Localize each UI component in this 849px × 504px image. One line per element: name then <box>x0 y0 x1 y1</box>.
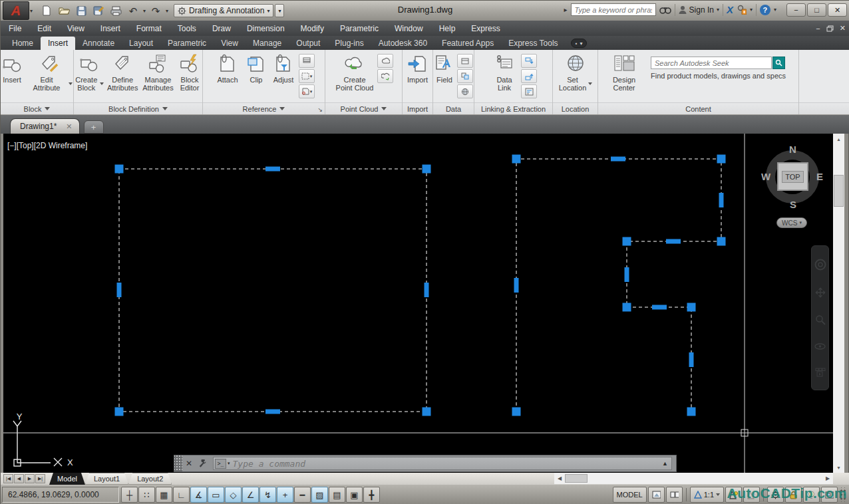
update-fields-button[interactable] <box>457 54 473 68</box>
compass-east[interactable]: E <box>816 171 823 182</box>
help-dropdown-icon[interactable]: ▾ <box>774 7 776 13</box>
tab-layout1[interactable]: Layout1 <box>85 473 128 485</box>
lineweight-toggle[interactable]: ━ <box>294 487 311 503</box>
set-location-button[interactable]: Set Location <box>558 53 593 92</box>
horizontal-scrollbar-thumb[interactable] <box>565 474 588 483</box>
application-menu-arrow-icon[interactable]: ▾ <box>30 8 33 14</box>
panel-label-point-cloud[interactable]: Point Cloud <box>325 102 402 114</box>
polar-tracking-toggle[interactable]: ∡ <box>190 487 207 503</box>
showmotion-icon[interactable] <box>815 368 826 377</box>
underlay-layers-button[interactable] <box>299 54 315 68</box>
compass-north[interactable]: N <box>789 144 796 155</box>
panel-launcher-icon[interactable]: ↘ <box>317 106 323 113</box>
drawing-viewport[interactable]: Y X [−][Top][2D Wireframe] N S W E TOP W… <box>1 134 833 473</box>
compass-west[interactable]: W <box>761 171 770 182</box>
quick-view-layouts-button[interactable] <box>648 487 665 503</box>
menu-tools[interactable]: Tools <box>170 21 204 36</box>
vertex-grip[interactable] <box>115 408 124 416</box>
menu-format[interactable]: Format <box>128 21 170 36</box>
midpoint-grip[interactable] <box>117 283 122 297</box>
extract-data-button[interactable] <box>521 84 537 98</box>
scroll-up-button[interactable]: ▲ <box>833 134 844 144</box>
attach-button[interactable]: Attach <box>213 53 242 84</box>
manage-attributes-button[interactable]: Manage Attributes <box>141 53 175 92</box>
communication-dropdown-icon[interactable]: ▾ <box>750 7 753 13</box>
scroll-right-button[interactable]: ▶ <box>822 473 833 484</box>
viewport-controls-label[interactable]: [−][Top][2D Wireframe] <box>7 141 87 150</box>
command-line-drag-handle[interactable] <box>174 455 182 471</box>
navigation-bar[interactable] <box>811 245 829 390</box>
tab-featured-apps[interactable]: Featured Apps <box>434 37 501 50</box>
horizontal-scrollbar[interactable]: ◀ ▶ <box>554 473 833 484</box>
vertex-grip[interactable] <box>423 165 431 174</box>
menu-view[interactable]: View <box>59 21 92 36</box>
midpoint-grip[interactable] <box>625 267 629 282</box>
menu-file[interactable]: File <box>1 21 29 36</box>
midpoint-grip[interactable] <box>514 278 519 293</box>
menu-modify[interactable]: Modify <box>293 21 332 36</box>
doc-close-button[interactable]: ✕ <box>840 24 846 33</box>
upload-to-source-button[interactable] <box>521 69 537 83</box>
annotation-scale-button[interactable]: 1:1 <box>690 487 724 503</box>
wcs-dropdown[interactable]: WCS ▾ <box>776 217 807 228</box>
tab-insert[interactable]: Insert <box>41 37 75 50</box>
panel-label-linking[interactable]: Linking & Extraction <box>474 102 552 114</box>
panel-label-block[interactable]: Block <box>1 102 73 114</box>
menu-insert[interactable]: Insert <box>92 21 128 36</box>
file-tab-drawing1[interactable]: Drawing1* ✕ <box>10 118 80 134</box>
viewcube-top-face[interactable]: TOP <box>777 162 808 191</box>
menu-express[interactable]: Express <box>463 21 508 36</box>
midpoint-grip[interactable] <box>611 157 625 162</box>
attach-point-cloud-button[interactable] <box>377 54 393 68</box>
dynamic-ucs-toggle[interactable]: ↯ <box>259 487 276 503</box>
save-as-button[interactable] <box>91 4 106 17</box>
vertex-grip[interactable] <box>717 155 726 164</box>
tab-autodesk360[interactable]: Autodesk 360 <box>371 37 434 50</box>
first-tab-button[interactable]: |◀ <box>3 474 13 483</box>
frame-settings-button[interactable]: ▾ <box>299 69 315 83</box>
next-tab-button[interactable]: ▶ <box>25 474 35 483</box>
vertex-grip[interactable] <box>687 303 696 312</box>
clip-button[interactable]: Clip <box>244 53 268 84</box>
infocenter-search-input[interactable] <box>571 3 656 16</box>
snap-mode-toggle[interactable]: ∷ <box>138 487 155 503</box>
hyperlink-button[interactable] <box>457 84 473 98</box>
field-button[interactable]: Field <box>434 53 455 84</box>
snap-to-underlay-button[interactable]: ▾ <box>299 84 315 98</box>
create-point-cloud-button[interactable]: Create Point Cloud <box>334 53 375 92</box>
tab-home[interactable]: Home <box>5 37 41 50</box>
define-attributes-button[interactable]: Define Attributes <box>106 53 139 92</box>
navigation-wheel-icon[interactable] <box>814 259 826 271</box>
tab-plugins[interactable]: Plug-ins <box>327 37 371 50</box>
drawing-canvas[interactable]: Y X <box>1 134 833 473</box>
create-block-button[interactable]: Create Block <box>74 53 104 92</box>
coordinates-display[interactable]: 62.4866, 19.0629, 0.0000 <box>2 487 119 503</box>
new-button[interactable] <box>39 4 54 17</box>
tab-view[interactable]: View <box>214 37 246 50</box>
tab-parametric[interactable]: Parametric <box>160 37 214 50</box>
seek-go-button[interactable] <box>772 57 785 69</box>
close-button[interactable]: ✕ <box>828 3 847 17</box>
menu-help[interactable]: Help <box>431 21 464 36</box>
application-menu-button[interactable]: A <box>3 1 29 20</box>
object-snap-tracking-toggle[interactable]: ∠ <box>242 487 259 503</box>
vertex-grip[interactable] <box>423 408 431 416</box>
quick-access-more-button[interactable]: ▾ <box>275 4 284 17</box>
design-center-button[interactable]: Design Center <box>603 53 645 92</box>
command-line-palette[interactable]: ✕ >_ ▾ ▲ <box>174 455 677 472</box>
midpoint-grip[interactable] <box>652 305 667 310</box>
vertex-grip[interactable] <box>512 408 521 416</box>
tab-annotate[interactable]: Annotate <box>75 37 122 50</box>
file-tab-close-icon[interactable]: ✕ <box>66 122 72 131</box>
vertex-grip[interactable] <box>717 237 726 246</box>
panel-label-import[interactable]: Import <box>403 102 432 114</box>
panel-label-block-definition[interactable]: Block Definition <box>74 102 202 114</box>
infer-constraints-toggle[interactable]: ┼ <box>121 487 138 503</box>
tab-layout[interactable]: Layout <box>122 37 160 50</box>
object-snap-toggle[interactable]: ▭ <box>208 487 224 503</box>
dynamic-input-toggle[interactable]: + <box>277 487 293 503</box>
minimize-button[interactable]: − <box>786 3 806 17</box>
menu-dimension[interactable]: Dimension <box>239 21 293 36</box>
redo-button[interactable]: ↷ <box>148 4 163 17</box>
command-input-field[interactable]: >_ ▾ ▲ <box>213 457 672 470</box>
